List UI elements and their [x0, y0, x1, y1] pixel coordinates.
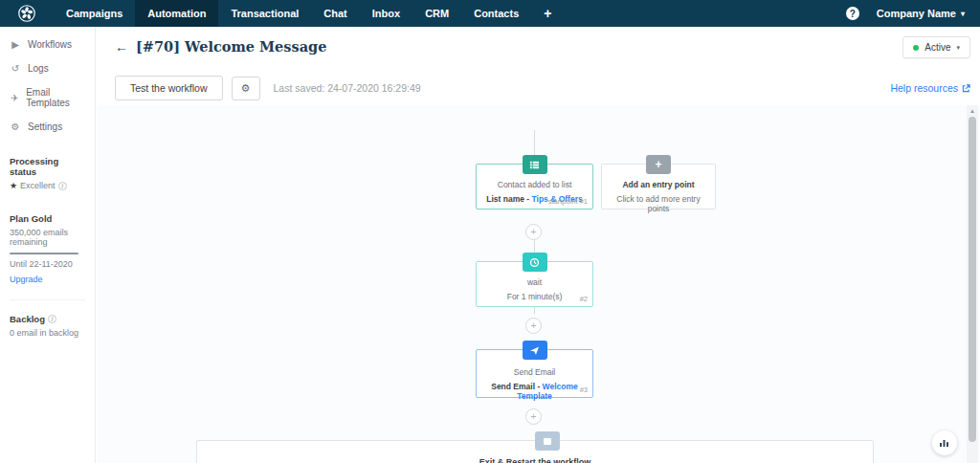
processing-status-section: Processing status ★ Excellent i — [0, 152, 95, 194]
top-navbar: Campaigns Automation Transactional Chat … — [0, 0, 980, 27]
last-saved-text: Last saved: 24-07-2020 16:29:49 — [274, 82, 421, 94]
wait-node-tag: #2 — [580, 295, 588, 303]
nav-item-transactional[interactable]: Transactional — [218, 0, 311, 27]
entry-point-node[interactable]: Contact added to list List name - Tips &… — [476, 164, 593, 209]
wait-clock-icon — [523, 253, 547, 272]
plus-icon: + — [531, 411, 537, 422]
help-icon[interactable]: ? — [846, 7, 859, 20]
workflow-toolbar: Test the workflow ⚙ Last saved: 24-07-20… — [115, 75, 970, 101]
minimap-toggle-button[interactable] — [932, 430, 957, 455]
workflow-canvas[interactable]: Contact added to list List name - Tips &… — [97, 105, 980, 463]
left-sidebar: ▶ Workflows ↺ Logs ✈ Email Templates ⚙ S… — [0, 27, 96, 463]
nav-item-automation[interactable]: Automation — [135, 0, 218, 27]
primary-nav: Campaigns Automation Transactional Chat … — [54, 0, 564, 27]
sidebar-item-label: Email Templates — [26, 87, 85, 108]
gear-icon: ⚙ — [241, 82, 251, 94]
external-link-icon — [962, 84, 970, 93]
sidebar-item-email-templates[interactable]: ✈ Email Templates — [0, 80, 95, 115]
send-email-icon — [523, 341, 547, 360]
nav-item-campaigns[interactable]: Campaigns — [54, 0, 135, 27]
info-icon[interactable]: i — [48, 315, 56, 323]
plan-usage-bar — [10, 253, 78, 254]
add-step-button[interactable]: + — [525, 408, 542, 425]
entry-node-tag: startpoint #1 — [548, 197, 588, 206]
sidebar-divider — [10, 299, 85, 300]
sidebar-nav: ▶ Workflows ↺ Logs ✈ Email Templates ⚙ S… — [0, 27, 95, 139]
plan-until-date: Until 22-11-2020 — [10, 259, 85, 269]
canvas-scrollbar-thumb[interactable] — [969, 117, 976, 442]
help-resources-link[interactable]: Help resources — [890, 82, 970, 94]
sidebar-item-label: Workflows — [28, 39, 72, 50]
processing-status-value: Excellent — [20, 181, 56, 190]
plus-icon: + — [646, 155, 671, 174]
sidebar-item-label: Settings — [28, 121, 62, 132]
workflows-icon: ▶ — [10, 39, 21, 50]
nav-add-app-button[interactable]: + — [531, 0, 564, 27]
page-title: [#70] Welcome Message — [136, 38, 326, 55]
sidebar-item-label: Logs — [28, 63, 49, 74]
navbar-right: ? Company Name ▾ — [846, 0, 980, 27]
processing-status-label: Processing status — [10, 156, 85, 177]
plan-section: Plan Gold 350,000 emails remaining Until… — [0, 209, 95, 290]
star-icon: ★ — [10, 181, 17, 190]
nav-item-chat[interactable]: Chat — [311, 0, 359, 27]
logs-history-icon: ↺ — [10, 63, 21, 74]
chevron-down-icon: ▾ — [956, 44, 960, 52]
add-entry-subtitle: Click to add more entry points — [608, 194, 709, 213]
nav-item-crm[interactable]: CRM — [412, 0, 461, 27]
exit-restart-icon — [535, 431, 560, 451]
bar-chart-icon — [939, 438, 950, 448]
exit-restart-title: Exit & Restart the workflow — [197, 457, 873, 463]
sidebar-item-logs[interactable]: ↺ Logs — [0, 56, 95, 80]
wait-node-duration: For 1 minute(s) — [482, 292, 587, 301]
sidebar-item-workflows[interactable]: ▶ Workflows — [0, 33, 95, 56]
workflow-status-dropdown[interactable]: Active ▾ — [902, 36, 970, 58]
scroll-up-arrow[interactable]: ▲ — [968, 108, 977, 114]
sidebar-item-settings[interactable]: ⚙ Settings — [0, 115, 95, 139]
send-email-node[interactable]: Send Email Send Email - Welcome Template… — [476, 349, 593, 398]
workflow-status-label: Active — [924, 42, 950, 53]
info-icon[interactable]: i — [58, 182, 67, 190]
upgrade-link[interactable]: Upgrade — [10, 275, 43, 284]
brand-logo-icon[interactable] — [0, 0, 54, 27]
plus-icon: + — [531, 320, 537, 331]
help-resources-label: Help resources — [890, 82, 958, 94]
entry-node-type: Contact added to list — [482, 180, 587, 189]
workflow-settings-button[interactable]: ⚙ — [232, 77, 260, 100]
company-name-label: Company Name — [877, 8, 956, 19]
backlog-section: Backlog i 0 email in backlog — [0, 310, 95, 342]
backlog-value: 0 email in backlog — [10, 328, 85, 338]
app-window: Campaigns Automation Transactional Chat … — [0, 0, 980, 463]
plan-name: Plan Gold — [10, 213, 85, 224]
test-workflow-button[interactable]: Test the workflow — [115, 76, 223, 100]
backlog-label: Backlog — [10, 314, 45, 324]
chevron-down-icon: ▾ — [961, 10, 965, 18]
add-entry-title: Add an entry point — [608, 180, 709, 189]
plan-emails-remaining: 350,000 emails remaining — [10, 228, 85, 247]
wait-node[interactable]: wait For 1 minute(s) #2 — [476, 261, 593, 307]
plus-icon: + — [531, 227, 537, 237]
paper-plane-icon: ✈ — [10, 93, 19, 103]
active-status-dot — [913, 45, 919, 51]
page-header: ← [#70] Welcome Message — [115, 38, 326, 55]
nav-item-contacts[interactable]: Contacts — [461, 0, 531, 27]
exit-restart-node[interactable]: Exit & Restart the workflow Add new Cond… — [196, 440, 874, 463]
email-node-tag: #3 — [580, 386, 588, 394]
account-menu[interactable]: Company Name ▾ — [877, 8, 965, 19]
back-arrow-icon[interactable]: ← — [115, 39, 128, 55]
wait-node-type: wait — [482, 277, 587, 287]
contact-added-to-list-icon — [523, 155, 547, 174]
add-step-button[interactable]: + — [525, 318, 542, 334]
add-step-button[interactable]: + — [525, 224, 542, 240]
email-node-type: Send Email — [482, 367, 587, 377]
nav-item-inbox[interactable]: Inbox — [360, 0, 412, 27]
add-entry-point-node[interactable]: + Add an entry point Click to add more e… — [601, 164, 716, 209]
main-content: ← [#70] Welcome Message Active ▾ Test th… — [97, 27, 980, 463]
entry-node-list-label: List name - — [486, 194, 531, 204]
gear-icon: ⚙ — [10, 121, 21, 132]
email-node-label: Send Email - — [491, 382, 542, 391]
